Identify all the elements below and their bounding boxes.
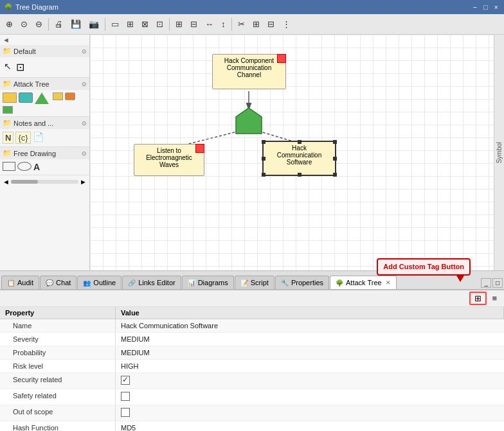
style-button[interactable]: ⊞ bbox=[249, 17, 263, 31]
panel-section-free-drawing: 📁 Free Drawing ⊙ A bbox=[0, 147, 89, 175]
prop-risk-level-label: Risk level bbox=[0, 360, 116, 373]
tool-rect-outline[interactable] bbox=[3, 162, 15, 171]
prop-name-value[interactable]: Hack Communication Software bbox=[116, 319, 504, 332]
zoom-fit-button[interactable]: ⊙ bbox=[17, 17, 31, 31]
panel-section-default: 📁 Default ⊙ ↖ ⊡ bbox=[0, 45, 89, 78]
prop-probability-value[interactable]: MEDIUM bbox=[116, 346, 504, 359]
panel-tools-default: ↖ ⊡ bbox=[0, 57, 89, 77]
node-hack-software-label: HackCommunicationSoftware bbox=[277, 145, 321, 166]
tool-small-rect[interactable] bbox=[53, 92, 63, 100]
panel-section-header-attack-tree[interactable]: 📁 Attack Tree ⊙ bbox=[0, 78, 89, 90]
tab-script[interactable]: 📝 Script bbox=[235, 276, 274, 289]
prop-out-of-scope-value[interactable] bbox=[116, 405, 504, 421]
select-button[interactable]: ▭ bbox=[108, 17, 122, 31]
tab-outline[interactable]: 👥 Outline bbox=[77, 276, 122, 289]
tool-note-c[interactable]: {c} bbox=[15, 132, 30, 144]
prop-out-of-scope-label: Out of scope bbox=[0, 405, 116, 421]
prop-row-probability: Probability MEDIUM bbox=[0, 346, 504, 360]
folder-icon-notes: 📁 bbox=[3, 119, 12, 127]
minimize-button[interactable]: − bbox=[471, 3, 478, 11]
node-listen[interactable]: Listen toElectromagneticWaves bbox=[134, 144, 204, 176]
panel-section-label-default: Default bbox=[14, 48, 36, 55]
prop-row-severity: Severity MEDIUM bbox=[0, 333, 504, 346]
tool-small-green[interactable] bbox=[3, 106, 13, 114]
properties-view-button[interactable]: ≡ bbox=[489, 292, 500, 304]
zoom-in-button[interactable]: ⊕ bbox=[3, 17, 16, 31]
save-button[interactable]: 💾 bbox=[68, 17, 84, 31]
prop-security-related-label: Security related bbox=[0, 373, 116, 389]
tool-triangle-green[interactable] bbox=[35, 92, 49, 104]
tool-arrow[interactable]: ↖ bbox=[3, 60, 13, 75]
screenshot-button[interactable]: 📷 bbox=[86, 17, 102, 31]
panel-section-header-free-drawing[interactable]: 📁 Free Drawing ⊙ bbox=[0, 147, 89, 159]
scroll-right-icon[interactable]: ► bbox=[80, 178, 87, 186]
checkbox-security-related[interactable] bbox=[121, 376, 130, 385]
svg-marker-4 bbox=[236, 108, 262, 134]
tool-text-a[interactable]: A bbox=[33, 162, 40, 172]
tab-attack-tree[interactable]: 🌳 Attack Tree ✕ bbox=[330, 276, 397, 290]
prop-severity-value[interactable]: MEDIUM bbox=[116, 333, 504, 346]
title-bar-controls: − □ × bbox=[471, 3, 500, 11]
scroll-left-icon[interactable]: ◄ bbox=[3, 178, 10, 186]
tool-small-orange[interactable] bbox=[65, 92, 75, 100]
tab-diagrams[interactable]: 📊 Diagrams bbox=[182, 276, 234, 289]
tool-note-file[interactable]: 📄 bbox=[33, 132, 44, 144]
checkbox-out-of-scope[interactable] bbox=[121, 408, 130, 417]
prop-hash-function-value[interactable]: MD5 bbox=[116, 421, 504, 431]
tab-minimize-button[interactable]: _ bbox=[481, 278, 491, 288]
tool-note-n[interactable]: N bbox=[3, 132, 14, 144]
bottom-panel: Add Custom Tag Button ⊞ ≡ Property Value… bbox=[0, 290, 504, 431]
layout-button[interactable]: ⊠ bbox=[138, 17, 152, 31]
canvas-area[interactable]: Hack ComponentCommunicationChannel Liste… bbox=[90, 35, 494, 270]
tab-chat[interactable]: 💬 Chat bbox=[40, 276, 76, 289]
arrange-button[interactable]: ⊡ bbox=[153, 17, 166, 31]
tab-attack-tree-close[interactable]: ✕ bbox=[386, 279, 391, 286]
node-red-box-root bbox=[277, 54, 286, 63]
tab-properties[interactable]: 🔧 Properties bbox=[275, 276, 329, 289]
tab-properties-label: Properties bbox=[291, 279, 323, 286]
prop-security-related-value[interactable] bbox=[116, 373, 504, 389]
add-custom-tag-button[interactable]: ⊞ bbox=[469, 292, 487, 305]
tab-audit[interactable]: 📋 Audit bbox=[1, 276, 39, 289]
prop-risk-level-value[interactable]: HIGH bbox=[116, 360, 504, 373]
tab-diagrams-icon: 📊 bbox=[188, 279, 195, 286]
tool-oval-outline[interactable] bbox=[17, 162, 32, 171]
and-gate[interactable] bbox=[235, 107, 263, 136]
more-button[interactable]: ⋮ bbox=[279, 17, 294, 31]
prop-row-hash-function: Hash Function MD5 bbox=[0, 421, 504, 431]
prop-safety-related-label: Safety related bbox=[0, 389, 116, 405]
panel-section-header-notes[interactable]: 📁 Notes and ... ⊙ bbox=[0, 117, 89, 129]
properties-toolbar-button[interactable]: ⊟ bbox=[264, 17, 278, 31]
app-icon: 🌳 bbox=[4, 3, 13, 12]
checkbox-safety-related[interactable] bbox=[121, 392, 130, 401]
bottom-toolbar: Add Custom Tag Button ⊞ ≡ bbox=[0, 290, 504, 307]
align-right-button[interactable]: ⊟ bbox=[187, 17, 201, 31]
print-button[interactable]: 🖨 bbox=[51, 17, 66, 31]
prop-row-name: Name Hack Communication Software bbox=[0, 319, 504, 333]
node-root[interactable]: Hack ComponentCommunicationChannel bbox=[212, 54, 286, 89]
distribute-h-button[interactable]: ↔ bbox=[202, 17, 217, 31]
tab-links-editor[interactable]: 🔗 Links Editor bbox=[122, 276, 181, 289]
tab-script-label: Script bbox=[251, 279, 269, 286]
tool-rect-teal[interactable] bbox=[19, 92, 33, 103]
toolbar-sep-2 bbox=[105, 18, 105, 31]
node-hack-software[interactable]: HackCommunicationSoftware bbox=[262, 141, 336, 176]
tool-rect-yellow[interactable] bbox=[3, 92, 17, 103]
format-button[interactable]: ✂ bbox=[235, 17, 248, 31]
toolbar-sep-4 bbox=[231, 18, 232, 31]
tool-resize[interactable]: ⊡ bbox=[15, 60, 26, 75]
folder-icon-attack-tree: 📁 bbox=[3, 80, 12, 88]
maximize-button[interactable]: □ bbox=[482, 3, 490, 11]
close-button[interactable]: × bbox=[492, 3, 500, 11]
prop-probability-label: Probability bbox=[0, 346, 116, 359]
distribute-v-button[interactable]: ↕ bbox=[218, 17, 229, 31]
tab-links-editor-label: Links Editor bbox=[138, 279, 175, 286]
grid-button[interactable]: ⊞ bbox=[123, 17, 137, 31]
zoom-out-button[interactable]: ⊖ bbox=[32, 17, 46, 31]
align-left-button[interactable]: ⊞ bbox=[172, 17, 186, 31]
node-root-label: Hack ComponentCommunicationChannel bbox=[224, 57, 274, 78]
panel-collapse-arrow[interactable]: ◄ bbox=[0, 35, 89, 45]
tab-maximize-button[interactable]: □ bbox=[492, 278, 503, 288]
prop-safety-related-value[interactable] bbox=[116, 389, 504, 405]
panel-section-header-default[interactable]: 📁 Default ⊙ bbox=[0, 45, 89, 57]
